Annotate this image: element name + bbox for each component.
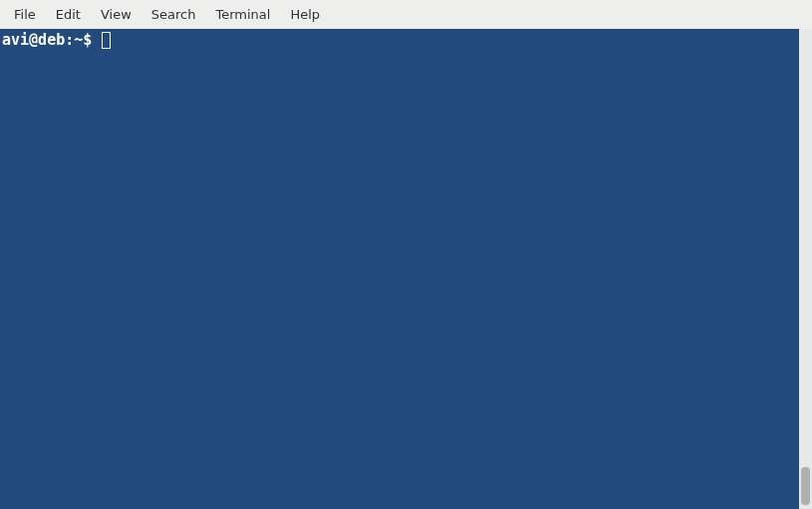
scrollbar-vertical[interactable] [799,29,812,509]
menu-help[interactable]: Help [280,3,330,26]
menu-edit[interactable]: Edit [46,3,91,26]
terminal-wrapper: avi@deb:~$ [0,29,812,509]
prompt-line: avi@deb:~$ [2,31,799,50]
menu-file[interactable]: File [4,3,46,26]
menu-search[interactable]: Search [141,3,206,26]
terminal-area[interactable]: avi@deb:~$ [0,29,799,509]
scrollbar-thumb[interactable] [801,467,810,505]
menubar: File Edit View Search Terminal Help [0,0,812,29]
menu-terminal[interactable]: Terminal [205,3,280,26]
prompt-text: avi@deb:~$ [2,31,101,50]
menu-view[interactable]: View [91,3,141,26]
cursor [102,32,111,49]
